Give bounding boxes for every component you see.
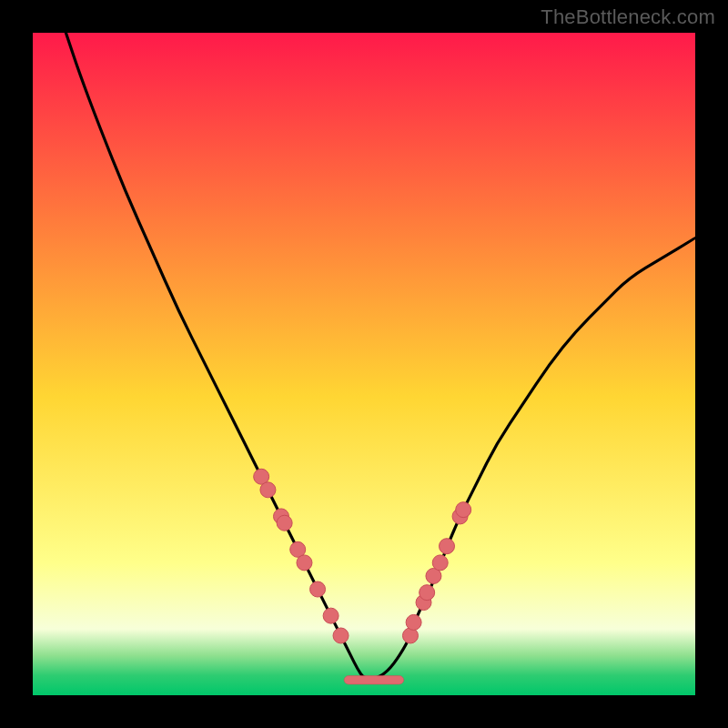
chart-frame: TheBottleneck.com xyxy=(0,0,728,728)
left-marker-6 xyxy=(310,581,326,597)
right-marker-6 xyxy=(440,539,455,554)
right-marker-3 xyxy=(420,585,435,601)
right-marker-1 xyxy=(406,614,421,630)
plot-area xyxy=(33,33,695,695)
left-marker-7 xyxy=(323,608,339,623)
left-marker-5 xyxy=(297,555,312,571)
right-marker-8 xyxy=(456,502,471,518)
gradient-background xyxy=(33,33,695,695)
trough-bar xyxy=(344,676,404,684)
right-marker-5 xyxy=(432,555,448,571)
chart-svg xyxy=(33,33,695,695)
left-marker-8 xyxy=(333,628,349,643)
watermark-text: TheBottleneck.com xyxy=(541,5,715,29)
left-marker-3 xyxy=(277,515,292,531)
left-marker-1 xyxy=(260,482,276,498)
